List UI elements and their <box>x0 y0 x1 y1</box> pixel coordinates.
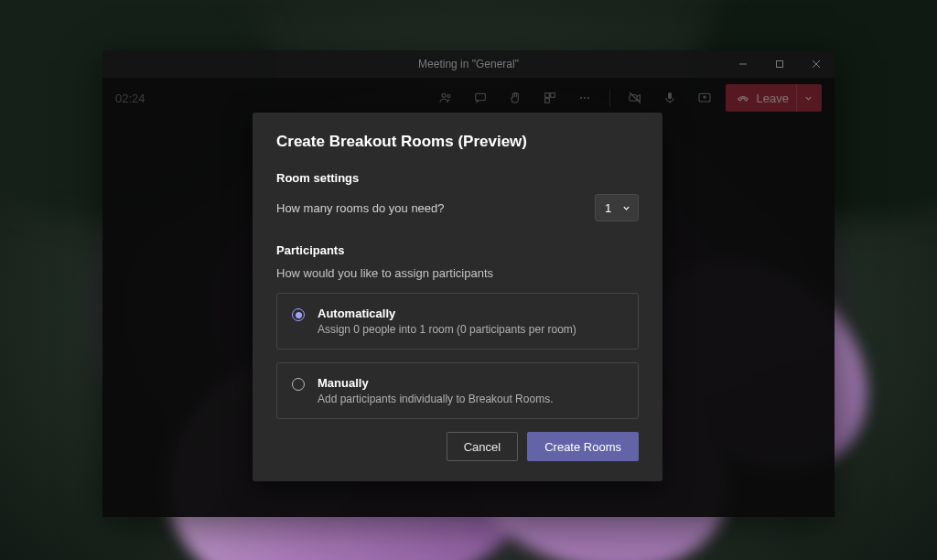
meeting-window: Meeting in "General" 02:24 Leave Create … <box>102 50 835 517</box>
room-count-question: How many rooms do you need? <box>276 201 445 215</box>
participants-question: How would you like to assign participant… <box>276 266 639 280</box>
assign-manually-option[interactable]: Manually Add participants individually t… <box>276 362 639 419</box>
close-button[interactable] <box>798 50 835 78</box>
option-title: Manually <box>318 376 553 390</box>
option-description: Add participants individually to Breakou… <box>318 393 553 405</box>
cancel-label: Cancel <box>464 440 501 454</box>
maximize-button[interactable] <box>761 50 798 78</box>
participants-heading: Participants <box>276 243 639 257</box>
minimize-button[interactable] <box>725 50 761 78</box>
room-count-row: How many rooms do you need? 1 <box>276 194 639 221</box>
create-rooms-label: Create Rooms <box>544 440 621 454</box>
titlebar: Meeting in "General" <box>102 50 835 78</box>
assign-automatically-option[interactable]: Automatically Assign 0 people into 1 roo… <box>276 293 639 350</box>
room-settings-heading: Room settings <box>276 171 639 185</box>
room-count-value: 1 <box>605 201 611 215</box>
option-title: Automatically <box>318 307 576 320</box>
chevron-down-icon <box>622 204 630 212</box>
window-title: Meeting in "General" <box>418 58 519 70</box>
radio-unselected-icon <box>292 378 305 391</box>
option-description: Assign 0 people into 1 room (0 participa… <box>318 323 576 336</box>
create-breakout-rooms-dialog: Create Breakout Rooms (Preview) Room set… <box>253 113 662 481</box>
window-controls <box>725 50 835 78</box>
dialog-title: Create Breakout Rooms (Preview) <box>276 133 639 151</box>
cancel-button[interactable]: Cancel <box>447 432 518 461</box>
room-count-select[interactable]: 1 <box>595 194 639 221</box>
dialog-actions: Cancel Create Rooms <box>276 432 639 461</box>
create-rooms-button[interactable]: Create Rooms <box>527 432 639 461</box>
svg-rect-0 <box>777 61 783 68</box>
radio-selected-icon <box>292 308 305 321</box>
